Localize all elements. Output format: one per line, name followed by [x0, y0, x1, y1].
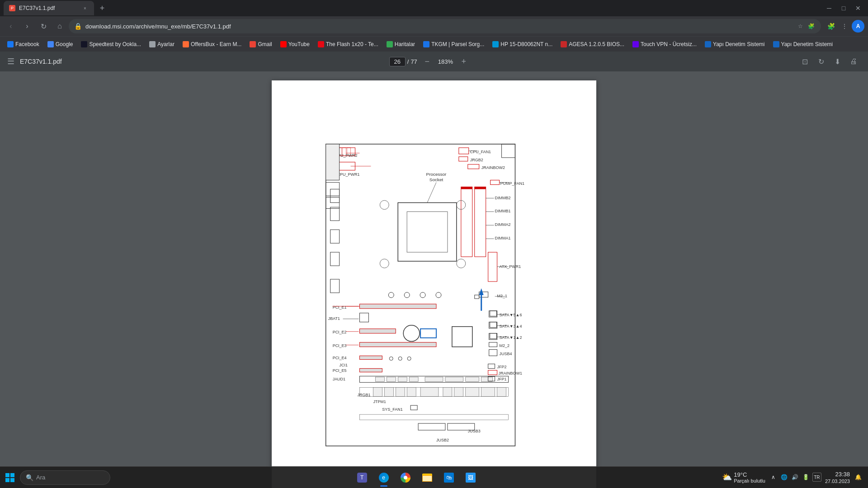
refresh-button[interactable]: ↻ — [36, 19, 51, 33]
taskbar-photos-app[interactable]: 🖼 — [461, 468, 481, 488]
svg-rect-0 — [326, 144, 515, 446]
svg-text:DIMMB1: DIMMB1 — [495, 209, 511, 213]
tray-expand-button[interactable]: ∧ — [769, 473, 778, 482]
pdf-content-area[interactable]: Processor Socket CPU_PWR2 CPU_PWR1 — [0, 71, 868, 488]
keyboard-icon[interactable]: TR — [812, 473, 821, 482]
battery-icon[interactable]: 🔋 — [802, 473, 811, 482]
svg-rect-114 — [384, 387, 393, 396]
bookmark-gmail-label: Gmail — [258, 41, 272, 47]
taskbar-clock[interactable]: 23:38 27.03.2023 — [825, 471, 850, 484]
bookmark-yds1[interactable]: Yapı Denetim Sistemi — [701, 39, 769, 49]
network-icon[interactable]: 🌐 — [780, 473, 789, 482]
bookmark-touch-vpn[interactable]: Touch VPN - Ücretsiz... — [629, 39, 700, 49]
menu-button[interactable]: ⋮ — [838, 20, 851, 33]
tab-close-button[interactable]: × — [81, 5, 89, 12]
bookmark-yds2-label: Yapı Denetim Sistemi — [781, 41, 833, 47]
bookmark-google-icon — [47, 41, 54, 47]
svg-text:CPU_FAN1: CPU_FAN1 — [470, 150, 491, 154]
svg-text:SATA▼3▲4: SATA▼3▲4 — [500, 324, 522, 328]
tab-favicon: P — [9, 5, 15, 11]
pdf-page-input[interactable] — [389, 57, 406, 66]
svg-text:SATA▼5▲6: SATA▼5▲6 — [500, 313, 522, 317]
pdf-hamburger-button[interactable]: ☰ — [7, 56, 14, 66]
svg-rect-117 — [420, 387, 439, 396]
browser-window: P E7C37v1.1.pdf × + ─ □ ✕ ‹ › ↻ ⌂ 🔒 down… — [0, 0, 868, 488]
volume-icon[interactable]: 🔊 — [791, 473, 800, 482]
address-bar-actions: ☆ 🧩 — [796, 22, 816, 31]
bookmark-hp-label: HP 15-D80062NT n... — [500, 41, 552, 47]
svg-text:Socket: Socket — [429, 177, 443, 182]
svg-text:SATA▼1▲2: SATA▼1▲2 — [500, 335, 522, 340]
pdf-zoom-out-button[interactable]: − — [421, 55, 434, 68]
pdf-filename: E7C37v1.1.pdf — [20, 58, 62, 65]
bookmark-haritalar[interactable]: Haritalar — [383, 39, 419, 49]
weather-widget[interactable]: ⛅ 19°C Parçalı bulutlu — [722, 471, 765, 483]
svg-text:JAUD1: JAUD1 — [333, 377, 345, 381]
pdf-zoom-in-button[interactable]: + — [458, 55, 470, 68]
address-bar[interactable]: 🔒 download.msi.com/archive/mnu_exe/mb/E7… — [69, 19, 821, 33]
svg-rect-94 — [387, 377, 396, 381]
bookmark-agesa[interactable]: AGESA 1.2.0.5 BIOS... — [557, 39, 628, 49]
bookmark-star-icon[interactable]: ☆ — [796, 22, 805, 31]
bookmark-speedtest[interactable]: Speedtest by Ookla... — [77, 39, 145, 49]
maximize-button[interactable]: □ — [837, 2, 850, 14]
bookmark-agesa-icon — [561, 41, 567, 47]
back-button[interactable]: ‹ — [4, 19, 18, 33]
pdf-action-buttons: ⊡ ↻ ⬇ 🖨 — [797, 54, 861, 69]
taskbar-search-box[interactable]: 🔍 Ara — [20, 470, 110, 485]
bookmark-google[interactable]: Google — [44, 39, 77, 49]
taskbar-store-app[interactable]: 🛍 — [439, 468, 459, 488]
minimize-button[interactable]: ─ — [823, 2, 835, 14]
taskbar-explorer-app[interactable] — [417, 468, 437, 488]
svg-text:JRGB2: JRGB2 — [470, 158, 483, 162]
pdf-print-button[interactable]: 🖨 — [846, 54, 861, 69]
profile-button[interactable]: A — [852, 20, 864, 33]
bookmark-tkgm[interactable]: TKGM | Parsel Sorg... — [420, 39, 488, 49]
taskbar-right-area: ⛅ 19°C Parçalı bulutlu ∧ 🌐 🔊 🔋 TR 23:38 … — [722, 471, 868, 484]
tab-bar: P E7C37v1.1.pdf × + ─ □ ✕ — [0, 0, 868, 16]
pdf-rotate-button[interactable]: ↻ — [814, 54, 828, 69]
svg-rect-121 — [481, 387, 495, 396]
chrome-icon — [401, 473, 410, 483]
svg-rect-139 — [5, 473, 9, 477]
bookmark-youtube[interactable]: YouTube — [277, 39, 313, 49]
svg-text:PCI_E5: PCI_E5 — [333, 368, 347, 373]
active-tab[interactable]: P E7C37v1.1.pdf × — [4, 1, 94, 15]
svg-text:JTPM1: JTPM1 — [373, 399, 386, 404]
pdf-download-button[interactable]: ⬇ — [830, 54, 844, 69]
svg-rect-89 — [359, 368, 382, 372]
bookmark-flash[interactable]: The Flash 1x20 - Te... — [314, 39, 382, 49]
svg-rect-131 — [326, 144, 340, 180]
svg-rect-119 — [454, 387, 463, 396]
new-tab-button[interactable]: + — [96, 2, 108, 14]
bookmark-yds2[interactable]: Yapı Denetim Sistemi — [769, 39, 837, 49]
bookmark-agesa-label: AGESA 1.2.0.5 BIOS... — [569, 41, 624, 47]
taskbar-edge-app[interactable]: e — [374, 468, 394, 488]
bookmark-touch-vpn-icon — [632, 41, 639, 47]
home-button[interactable]: ⌂ — [52, 19, 67, 33]
svg-rect-96 — [409, 377, 418, 381]
bookmark-facebook[interactable]: Facebook — [4, 39, 43, 49]
taskbar-chrome-app[interactable] — [396, 468, 415, 488]
pdf-fit-page-button[interactable]: ⊡ — [797, 54, 812, 69]
extension-icon[interactable]: 🧩 — [807, 22, 816, 31]
bookmark-ayarlar[interactable]: Ayarlar — [146, 39, 178, 49]
svg-rect-75 — [359, 329, 396, 333]
taskbar-teams-app[interactable]: T — [352, 468, 372, 488]
svg-rect-115 — [396, 387, 405, 396]
bookmark-offers-icon — [183, 41, 189, 47]
extensions-button[interactable]: 🧩 — [825, 20, 837, 33]
pdf-zoom-controls: − 183% + — [421, 55, 470, 68]
svg-text:JUSB2: JUSB2 — [436, 438, 449, 442]
bookmark-gmail[interactable]: Gmail — [246, 39, 275, 49]
notifications-button[interactable]: 🔔 — [854, 473, 863, 482]
bookmark-offers[interactable]: OffersBux - Earn M... — [179, 39, 245, 49]
start-button[interactable] — [0, 468, 20, 488]
pdf-zoom-level: 183% — [435, 58, 456, 65]
taskbar-center-apps: T e 🛍 🖼 — [110, 468, 722, 488]
svg-text:PCI_E2: PCI_E2 — [333, 330, 347, 334]
windows-logo-icon — [5, 473, 15, 483]
close-window-button[interactable]: ✕ — [852, 2, 864, 14]
forward-button[interactable]: › — [20, 19, 34, 33]
bookmark-hp[interactable]: HP 15-D80062NT n... — [489, 39, 556, 49]
